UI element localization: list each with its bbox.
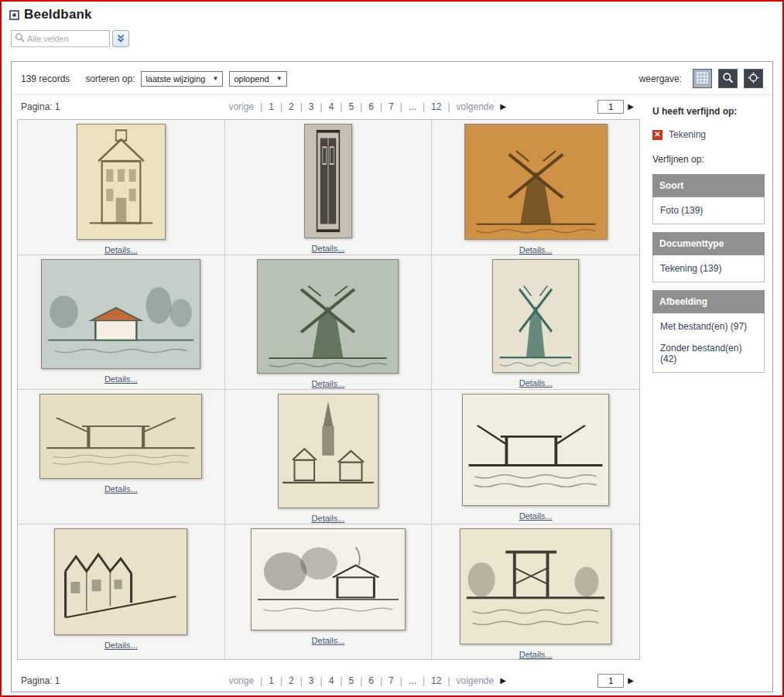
details-link[interactable]: Details... (312, 514, 345, 523)
refined-title: U heeft verfijnd op: (652, 106, 765, 117)
farm-landscape-watercolor-thumbnail[interactable] (41, 259, 200, 369)
remove-filter-icon[interactable]: ✕ (652, 130, 662, 140)
search-box (11, 30, 110, 47)
page-link-6[interactable]: 6 (368, 101, 374, 112)
windmill-sepia-drawing-thumbnail[interactable] (464, 124, 608, 240)
target-icon (748, 72, 759, 86)
zoom-view-button[interactable] (718, 69, 738, 88)
facet-item[interactable]: Met bestand(en) (97) (653, 316, 764, 337)
page-links: vorige|1|2|3|4|5|6|7|...|12|volgende▶ (137, 101, 597, 112)
details-link[interactable]: Details... (519, 650, 553, 659)
search-expand-button[interactable] (112, 30, 129, 47)
facet-item[interactable]: Foto (139) (653, 200, 764, 221)
next-link[interactable]: volgende (457, 675, 495, 686)
details-link[interactable]: Details... (312, 379, 345, 388)
go-page-icon[interactable]: ▶ (628, 677, 634, 685)
prev-link[interactable]: vorige (228, 101, 254, 112)
sort-order-select[interactable]: oplopend ▼ (229, 71, 286, 87)
page-link-7[interactable]: 7 (389, 675, 394, 686)
page-indicator: Pagina:1 (21, 101, 137, 112)
facet-items: Tekening (139) (652, 255, 765, 282)
page-link-2[interactable]: 2 (289, 101, 294, 112)
page-current: 1 (55, 675, 60, 686)
street-ink-drawing-thumbnail[interactable] (54, 528, 187, 635)
page-link-1[interactable]: 1 (269, 101, 274, 112)
grid-view-button[interactable] (693, 69, 712, 88)
town-hall-drawing-thumbnail[interactable] (77, 124, 166, 240)
page-link-3[interactable]: 3 (309, 675, 314, 686)
pagination-bottom: Pagina:1vorige|1|2|3|4|5|6|7|...|12|volg… (12, 669, 642, 692)
facet-header: Soort (652, 174, 765, 197)
next-arrow-icon[interactable]: ▶ (500, 103, 506, 111)
page-link-5[interactable]: 5 (348, 101, 354, 112)
facet-group: SoortFoto (139) (652, 174, 765, 224)
page-link-4[interactable]: 4 (329, 101, 334, 112)
details-link[interactable]: Details... (312, 244, 345, 253)
separator: | (423, 101, 425, 112)
active-filter-label: Tekening (669, 129, 706, 140)
app-header: Beeldbank (2, 2, 782, 22)
details-link[interactable]: Details... (519, 378, 553, 388)
results-panel: 139 records sorteren op: laatste wijzigi… (11, 61, 773, 692)
facet-item[interactable]: Zonder bestand(en) (42) (653, 337, 764, 370)
separator: | (447, 675, 450, 686)
details-link[interactable]: Details... (104, 374, 138, 384)
page-link-4[interactable]: 4 (329, 675, 334, 686)
chevron-down-icon: ▼ (276, 75, 282, 82)
facet-items: Met bestand(en) (97)Zonder bestand(en) (… (652, 313, 765, 373)
door-drawing-thumbnail[interactable] (304, 124, 352, 238)
details-link[interactable]: Details... (519, 511, 553, 521)
details-link[interactable]: Details... (312, 636, 345, 645)
drawbridge-sketch-thumbnail[interactable] (39, 394, 202, 479)
page-link-7[interactable]: 7 (389, 101, 394, 112)
next-arrow-icon[interactable]: ▶ (500, 677, 506, 685)
page-link-6[interactable]: 6 (368, 675, 374, 686)
results-grid: Details... Details... Details... Details… (17, 119, 640, 660)
details-link[interactable]: Details... (104, 641, 138, 650)
prev-link[interactable]: vorige (228, 675, 254, 686)
details-link[interactable]: Details... (519, 245, 553, 255)
pagination-top: Pagina:1vorige|1|2|3|4|5|6|7|...|12|volg… (12, 95, 642, 118)
search-input[interactable] (27, 34, 106, 43)
separator: | (280, 675, 282, 686)
village-ink-drawing-thumbnail[interactable] (251, 528, 406, 630)
separator: | (447, 101, 450, 112)
separator: | (380, 675, 382, 686)
separator: | (340, 101, 342, 112)
page-jump: ▶ (597, 674, 634, 688)
page-current: 1 (55, 101, 60, 112)
next-link[interactable]: volgende (457, 101, 495, 112)
page-link-3[interactable]: 3 (309, 101, 314, 112)
windmill-color-drawing-thumbnail[interactable] (492, 259, 579, 373)
page-jump-input[interactable] (597, 100, 624, 114)
page-jump: ▶ (597, 100, 634, 114)
facet-item[interactable]: Tekening (139) (653, 258, 764, 279)
facet-list: SoortFoto (139)DocumenttypeTekening (139… (652, 174, 765, 373)
church-village-drawing-thumbnail[interactable] (278, 394, 378, 508)
record-cell: Details... (225, 524, 433, 659)
facet-group: AfbeeldingMet bestand(en) (97)Zonder bes… (652, 290, 765, 373)
page-jump-input[interactable] (597, 674, 624, 688)
lift-bridge-ink-drawing-thumbnail[interactable] (462, 394, 609, 506)
details-link[interactable]: Details... (104, 245, 138, 255)
sort-select[interactable]: laatste wijziging ▼ (141, 71, 223, 87)
results-toolbar: 139 records sorteren op: laatste wijzigi… (12, 62, 772, 95)
page-link-2[interactable]: 2 (289, 675, 294, 686)
record-cell: Details... (432, 390, 639, 524)
records-count: 139 records (21, 73, 70, 84)
page-link-5[interactable]: 5 (348, 675, 354, 686)
page-links: vorige|1|2|3|4|5|6|7|...|12|volgende▶ (137, 675, 597, 686)
record-cell: Details... (18, 524, 225, 659)
separator: | (400, 101, 402, 112)
canal-bridge-ink-drawing-thumbnail[interactable] (460, 528, 611, 644)
windmill-watercolor-thumbnail[interactable] (257, 259, 399, 374)
go-page-icon[interactable]: ▶ (628, 103, 634, 111)
page-link-1[interactable]: 1 (269, 675, 274, 686)
active-filter: ✕ Tekening (652, 129, 765, 140)
page-link-12[interactable]: 12 (431, 101, 441, 112)
chevron-down-icon: ▼ (212, 75, 218, 82)
facet-header: Afbeelding (652, 290, 765, 313)
detail-view-button[interactable] (744, 69, 763, 88)
details-link[interactable]: Details... (104, 484, 138, 494)
page-link-12[interactable]: 12 (431, 675, 441, 686)
